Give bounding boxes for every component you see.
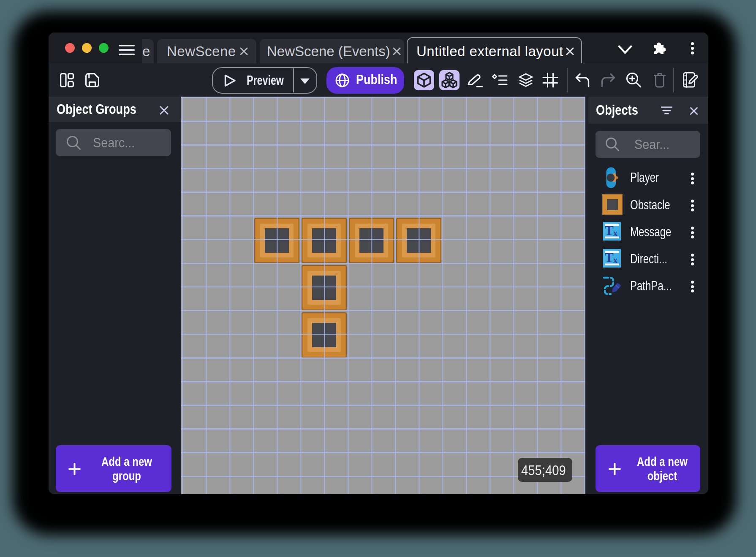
svg-text:x: x bbox=[613, 228, 617, 238]
svg-text:x: x bbox=[613, 255, 617, 265]
svg-text:T: T bbox=[605, 250, 614, 265]
svg-text:T: T bbox=[605, 223, 614, 238]
